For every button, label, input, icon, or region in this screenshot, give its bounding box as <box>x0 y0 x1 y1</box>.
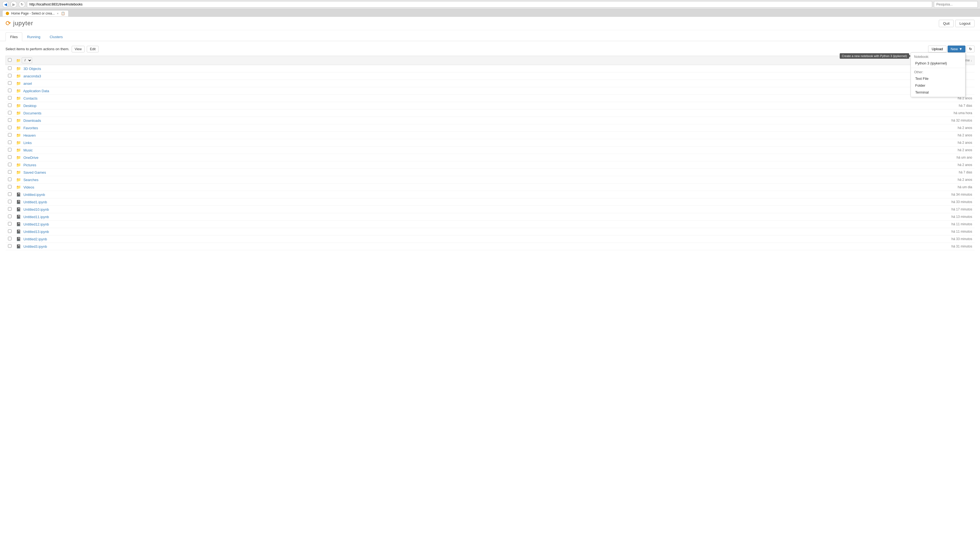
file-link[interactable]: Untitled11.ipynb <box>23 215 49 219</box>
row-name-cell: 📓 Untitled2.ipynb <box>14 235 590 243</box>
folder-icon: 📁 <box>16 96 21 100</box>
quit-button[interactable]: Quit <box>939 20 954 27</box>
search-bar[interactable] <box>934 1 978 8</box>
view-button[interactable]: View <box>72 46 85 52</box>
file-link[interactable]: anaconda3 <box>23 74 41 78</box>
jupyter-header-buttons: Quit Logout <box>939 20 975 27</box>
text-file-item[interactable]: Text File <box>911 75 965 82</box>
row-checkbox[interactable] <box>8 229 12 233</box>
breadcrumb-dropdown[interactable]: / <box>22 57 32 63</box>
row-checkbox[interactable] <box>8 170 12 174</box>
dropdown-tooltip: Create a new notebook with Python 3 (ipy… <box>840 53 909 59</box>
python3-item[interactable]: Python 3 (ipykernel) <box>911 60 965 67</box>
tab-running[interactable]: Running <box>22 32 45 41</box>
row-checkbox[interactable] <box>8 67 12 70</box>
new-button[interactable]: New ▼ <box>948 45 965 52</box>
row-checkbox[interactable] <box>8 126 12 129</box>
file-link[interactable]: Untitled2.ipynb <box>23 237 47 241</box>
tab-files[interactable]: Files <box>5 32 22 41</box>
back-button[interactable]: ◀ <box>2 1 9 8</box>
row-checkbox[interactable] <box>8 74 12 77</box>
refresh-button[interactable]: ↻ <box>967 45 975 52</box>
table-row: 📁 Documents há uma hora <box>6 110 975 117</box>
file-link[interactable]: Application Data <box>23 89 49 93</box>
row-name-cell: 📁 Links <box>14 139 590 147</box>
file-link[interactable]: Untitled3.ipynb <box>23 245 47 248</box>
row-checkbox[interactable] <box>8 222 12 225</box>
row-checkbox[interactable] <box>8 215 12 218</box>
edit-button[interactable]: Edit <box>87 46 99 52</box>
upload-button[interactable]: Upload <box>928 45 947 52</box>
row-checkbox[interactable] <box>8 88 12 92</box>
row-checkbox[interactable] <box>8 140 12 144</box>
folder-icon: 📁 <box>16 148 21 152</box>
file-link[interactable]: Untitled13.ipynb <box>23 230 49 234</box>
row-checkbox-cell <box>6 80 14 87</box>
file-link[interactable]: 3D Objects <box>23 67 41 71</box>
row-checkbox-cell <box>6 235 14 243</box>
table-row: 📁 ansel <box>6 80 975 87</box>
file-link[interactable]: Untitled12.ipynb <box>23 222 49 227</box>
folder-icon: 📁 <box>16 67 21 71</box>
table-row: 📁 Heaven há 2 anos <box>6 132 975 139</box>
jupyter-logo-icon: ⟳ <box>5 20 11 27</box>
row-checkbox[interactable] <box>8 185 12 188</box>
url-bar[interactable] <box>27 1 932 8</box>
file-link[interactable]: OneDrive <box>23 155 38 160</box>
file-link[interactable]: Searches <box>23 178 38 182</box>
tab-close-button[interactable]: × <box>57 12 59 15</box>
table-row: 📓 Untitled.ipynb há 34 minutos <box>6 191 975 198</box>
tab-favicon <box>6 12 9 15</box>
tab-title: Home Page - Select or crea... <box>11 12 55 15</box>
row-modified-cell: há 2 anos <box>589 176 974 183</box>
row-checkbox[interactable] <box>8 163 12 166</box>
table-row: 📁 Application Data <box>6 87 975 95</box>
browser-tab[interactable]: Home Page - Select or crea... × 📋 <box>2 10 69 17</box>
row-checkbox[interactable] <box>8 237 12 240</box>
row-checkbox[interactable] <box>8 148 12 152</box>
file-link[interactable]: Desktop <box>23 104 37 108</box>
file-link[interactable]: Documents <box>23 111 42 115</box>
browser-tabs: Home Page - Select or crea... × 📋 <box>0 9 980 17</box>
row-checkbox-cell <box>6 147 14 154</box>
file-link[interactable]: Heaven <box>23 133 36 137</box>
file-link[interactable]: Saved Games <box>23 170 46 175</box>
folder-icon: 📁 <box>16 140 21 145</box>
select-all-checkbox[interactable] <box>8 58 12 62</box>
file-link[interactable]: Downloads <box>23 118 41 123</box>
tab-clusters[interactable]: Clusters <box>45 32 67 41</box>
file-link[interactable]: Music <box>23 148 33 152</box>
file-link[interactable]: Favorites <box>23 126 38 130</box>
folder-item[interactable]: Folder <box>911 82 965 89</box>
row-checkbox[interactable] <box>8 207 12 211</box>
row-modified-cell: há 31 minutos <box>589 243 974 250</box>
logout-button[interactable]: Logout <box>955 20 975 27</box>
file-link[interactable]: Videos <box>23 185 34 189</box>
row-checkbox[interactable] <box>8 192 12 196</box>
file-link[interactable]: Links <box>23 141 32 145</box>
forward-button[interactable]: ▶ <box>10 1 17 8</box>
row-checkbox[interactable] <box>8 133 12 137</box>
file-link[interactable]: ansel <box>23 82 32 86</box>
nav-tabs: Files Running Clusters <box>0 32 980 41</box>
row-checkbox[interactable] <box>8 155 12 159</box>
row-checkbox[interactable] <box>8 200 12 203</box>
jupyter-logo-text: jupyter <box>13 20 33 27</box>
file-link[interactable]: Contacts <box>23 96 37 100</box>
row-checkbox[interactable] <box>8 103 12 107</box>
row-checkbox[interactable] <box>8 178 12 181</box>
terminal-item[interactable]: Terminal <box>911 89 965 96</box>
file-link[interactable]: Untitled1.ipynb <box>23 200 47 204</box>
row-checkbox[interactable] <box>8 96 12 100</box>
file-link[interactable]: Untitled10.ipynb <box>23 207 49 212</box>
row-checkbox[interactable] <box>8 81 12 85</box>
row-checkbox[interactable] <box>8 111 12 114</box>
file-link[interactable]: Untitled.ipynb <box>23 193 45 197</box>
file-link[interactable]: Pictures <box>23 163 36 167</box>
new-dropdown-wrapper: New ▼ Create a new notebook with Python … <box>948 45 965 52</box>
row-checkbox-cell <box>6 243 14 250</box>
row-checkbox[interactable] <box>8 244 12 248</box>
refresh-nav-button[interactable]: ↻ <box>19 1 25 8</box>
notebook-section-label: Notebook: <box>911 54 965 60</box>
row-checkbox[interactable] <box>8 118 12 122</box>
